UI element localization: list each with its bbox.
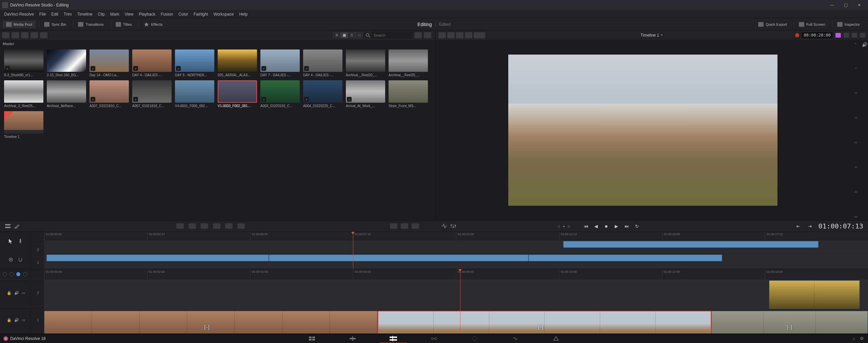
page-color[interactable] (454, 334, 495, 343)
media-clip[interactable]: Archival_AirRace... (47, 80, 86, 108)
mute-icon[interactable]: 🔊 (14, 318, 19, 322)
viewer-mode-4[interactable] (465, 32, 472, 38)
sync-lock-icon[interactable] (8, 257, 14, 262)
menu-playback[interactable]: Playback (136, 12, 158, 17)
step-forward-button[interactable]: ⏭ (623, 223, 631, 229)
mark-in-button[interactable]: ⇤ (794, 223, 802, 229)
main-timeline-canvas[interactable]: 01:00:00:0001:00:02:0001:00:04:0001:00:0… (44, 269, 868, 334)
pointer-tool[interactable] (8, 238, 14, 244)
viewer-timecode[interactable]: 00:00:20:00 (802, 32, 833, 38)
close-button[interactable]: ✕ (852, 0, 866, 10)
media-clip[interactable]: ♪DAY 9 - NORTHER... (175, 49, 214, 77)
menu-clip[interactable]: Clip (95, 12, 107, 17)
effects-toggle[interactable]: Effects (140, 21, 166, 28)
track-visible-icon[interactable]: ▭ (22, 318, 25, 322)
media-clip[interactable]: Archival_3_Reel25... (4, 80, 43, 108)
menu-view[interactable]: View (122, 12, 136, 17)
viewer-title[interactable]: Timeline 1 ▼ (640, 33, 663, 38)
home-button[interactable]: ⌂ (852, 336, 855, 341)
overview-clip[interactable] (269, 255, 528, 261)
viewer-canvas[interactable] (436, 40, 850, 220)
timeline-view-options[interactable] (5, 223, 11, 229)
maximize-button[interactable]: ▢ (839, 0, 852, 10)
mini-track-canvas[interactable]: 01:00:00:0001:00:02:1201:00:05:0001:00:0… (44, 232, 868, 269)
list-view[interactable]: ☰ (348, 32, 355, 38)
media-clip[interactable]: Archival__Reel20_... (346, 49, 385, 77)
ripple-overwrite-button[interactable] (201, 223, 208, 229)
menu-trim[interactable]: Trim (61, 12, 75, 17)
mini-track-1-label[interactable]: 1 (32, 257, 44, 269)
viewer-option-1[interactable] (844, 33, 849, 38)
media-clip[interactable]: ♪A003_01020155_C... (260, 80, 300, 108)
media-clip[interactable]: ♪Day 14 - OMO La... (90, 49, 129, 77)
menu-mark[interactable]: Mark (107, 12, 122, 17)
menu-fairlight[interactable]: Fairlight (191, 12, 211, 17)
minimize-button[interactable]: — (825, 0, 839, 10)
viewer-mode-3[interactable] (456, 32, 463, 38)
sort-button[interactable] (414, 32, 422, 38)
bypass-button[interactable] (860, 33, 865, 38)
trim-tool[interactable] (18, 238, 24, 244)
breadcrumb[interactable]: Master (0, 40, 435, 47)
audio-sync-dot[interactable] (3, 272, 7, 276)
clip-handle-icon[interactable]: [··] (787, 324, 792, 330)
import-media-button[interactable] (12, 32, 19, 38)
media-clip[interactable]: 2-15_Shot-160_BG... (47, 49, 86, 77)
mini-track-2-label[interactable]: 2 (32, 244, 44, 256)
media-clip[interactable]: V4-0001_F005_082... (175, 80, 214, 108)
inspector-toggle[interactable]: Inspector (834, 21, 863, 28)
stop-button[interactable]: ■ (602, 223, 610, 229)
viewer-dropdown[interactable] (474, 32, 485, 38)
media-clip[interactable]: V1-0003_F002_081... (218, 80, 257, 108)
lock-icon[interactable]: 🔒 (7, 291, 12, 295)
bin-list-toggle[interactable] (2, 32, 9, 38)
main-playhead[interactable] (460, 269, 460, 334)
video-lane-2[interactable] (44, 279, 868, 310)
clip-handle-icon[interactable]: [··] (538, 324, 544, 330)
project-settings-button[interactable]: ⚙ (860, 336, 864, 341)
quick-export-button[interactable]: Quick Export (755, 21, 790, 28)
track-header-v2[interactable]: 🔒 🔊 ▭ (0, 279, 32, 306)
titles-toggle[interactable]: Titles (112, 21, 135, 28)
lock-icon[interactable]: 🔒 (7, 318, 12, 322)
speaker-icon[interactable]: 🔊 (862, 42, 867, 47)
master-timecode[interactable]: 01:00:07:13 (818, 222, 863, 230)
sync-bin-toggle[interactable]: Sync Bin (41, 21, 70, 28)
timeline-clip[interactable]: Timeline 1 (4, 111, 43, 139)
jump-first-button[interactable]: ⏮ (582, 223, 590, 229)
page-fairlight[interactable] (495, 334, 536, 343)
search-input[interactable] (372, 32, 412, 38)
track-visible-icon[interactable]: ▭ (22, 291, 25, 295)
close-up-button[interactable] (213, 223, 220, 229)
sync-icon[interactable] (31, 32, 38, 38)
overview-clip[interactable] (563, 241, 818, 248)
media-clip[interactable]: ♪DAY 4 - DAILIES -... (303, 49, 342, 77)
play-button[interactable]: ▶ (612, 223, 620, 229)
import-folder-button[interactable] (21, 32, 28, 38)
page-cut[interactable] (332, 334, 373, 343)
metadata-view[interactable]: ≣ (333, 32, 340, 38)
media-pool-toggle[interactable]: Media Pool (3, 21, 36, 28)
loop-button[interactable]: ↻ (633, 223, 641, 229)
sliders-icon[interactable] (450, 223, 456, 229)
track-v2-number[interactable]: 2 (32, 279, 44, 306)
effects-icon[interactable] (40, 32, 47, 38)
page-fusion[interactable] (414, 334, 454, 343)
menu-timeline[interactable]: Timeline (74, 12, 95, 17)
menu-file[interactable]: File (37, 12, 48, 17)
snapping-dot[interactable] (16, 272, 20, 276)
smart-insert-button[interactable] (176, 223, 184, 229)
record-icon[interactable] (795, 33, 799, 37)
media-clip[interactable]: ♪A007_01021818_C... (132, 80, 172, 108)
page-media[interactable] (292, 334, 332, 343)
append-button[interactable] (189, 223, 196, 229)
tools-3[interactable] (412, 223, 419, 229)
media-clip[interactable]: Store_Front_MS... (389, 80, 428, 108)
mini-ruler[interactable]: 01:00:00:0001:00:02:1201:00:05:0001:00:0… (44, 232, 868, 240)
viewer-mode-2[interactable] (447, 32, 455, 38)
track-header-v1[interactable]: 🔒 🔊 ▭ (0, 306, 32, 334)
prev-nav[interactable]: ◁ (556, 224, 561, 228)
clip-handle-icon[interactable]: [··] (204, 324, 210, 330)
step-back-button[interactable]: ◀ (592, 223, 600, 229)
place-on-top-button[interactable] (225, 223, 233, 229)
